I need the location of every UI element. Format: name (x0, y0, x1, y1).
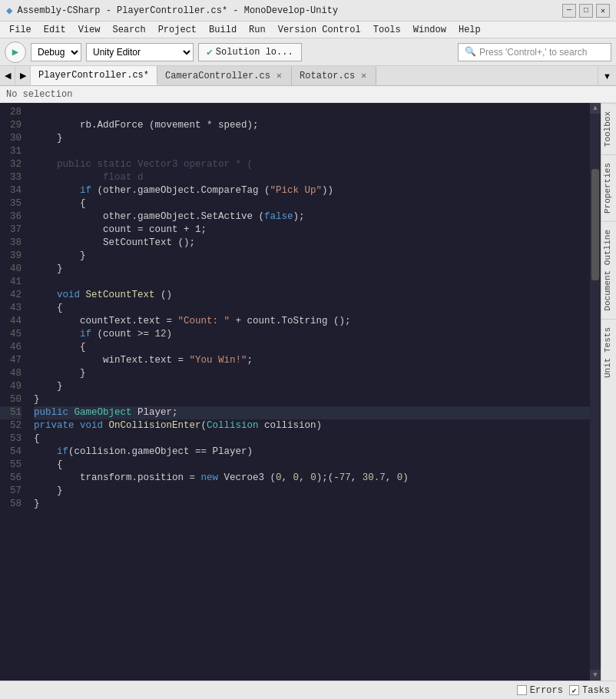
code-line-40-12: } (34, 263, 590, 276)
code-line-49-21: } (34, 380, 590, 393)
code-line-58-30: } (34, 498, 590, 511)
code-line-35-7: { (34, 197, 590, 210)
scroll-down-arrow[interactable]: ▼ (590, 670, 601, 681)
code-line-50-22: } (34, 393, 590, 406)
code-line-43-15: { (34, 302, 590, 315)
code-line-51-23: public GameObject Player; (34, 406, 590, 419)
unity-editor-dropdown[interactable]: Unity Editor (86, 43, 194, 61)
code-line-45-17: if (count >= 12) (34, 328, 590, 341)
code-line-54-26: if(collision.gameObject == Player) (34, 446, 590, 459)
tab-rotator-label: Rotator.cs (300, 71, 355, 81)
sidebar-tab-toolbox[interactable]: Toolbox (601, 103, 617, 154)
menu-help[interactable]: Help (452, 23, 487, 37)
menu-search[interactable]: Search (106, 23, 151, 37)
code-line-29-1: rb.AddForce (movement * speed); (34, 119, 590, 132)
search-placeholder: Press 'Control+,' to search (479, 47, 587, 58)
selection-status: No selection (6, 89, 72, 100)
debug-dropdown[interactable]: Debug (31, 43, 81, 61)
tab-camera-close-icon[interactable]: ✕ (275, 70, 283, 81)
code-line-33-5: float d (34, 171, 590, 184)
menu-version-control[interactable]: Version Control (272, 23, 367, 37)
solution-button[interactable]: ✔ Solution lo... (198, 43, 302, 61)
menu-bar: File Edit View Search Project Build Run … (0, 22, 616, 38)
tab-player-controller[interactable]: PlayerController.cs* (31, 66, 157, 85)
tasks-checkbox[interactable]: ✔ (569, 685, 579, 695)
tab-prev-button[interactable]: ◀ (0, 66, 15, 85)
code-content[interactable]: rb.AddForce (movement * speed); } public… (28, 103, 590, 681)
tab-rotator[interactable]: Rotator.cs ✕ (292, 66, 376, 85)
minimize-button[interactable]: ─ (562, 4, 576, 18)
maximize-button[interactable]: □ (579, 4, 593, 18)
run-button[interactable]: ▶ (5, 41, 26, 63)
tab-player-controller-label: PlayerController.cs* (38, 70, 149, 81)
menu-run[interactable]: Run (243, 23, 272, 37)
menu-view[interactable]: View (72, 23, 107, 37)
code-line-56-28: transform.position = new Vecroe3 (0, 0, … (34, 472, 590, 485)
tab-next-button[interactable]: ▶ (15, 66, 31, 85)
errors-label: Errors (530, 685, 563, 696)
scroll-thumb[interactable] (591, 169, 599, 280)
scroll-up-arrow[interactable]: ▲ (590, 103, 601, 114)
main-area: 2829303132333435363738394041424344454647… (0, 103, 616, 681)
code-line-28-0 (34, 106, 590, 119)
errors-checkbox[interactable] (517, 685, 527, 695)
search-icon: 🔍 (465, 46, 476, 58)
solution-label: Solution lo... (216, 47, 293, 58)
sidebar-tab-properties[interactable]: Properties (601, 154, 617, 221)
run-icon: ▶ (12, 45, 18, 58)
code-line-30-2: } (34, 132, 590, 145)
tab-more-button[interactable]: ▼ (598, 66, 616, 85)
code-line-52-24: private void OnCollisionEnter(Collision … (34, 419, 590, 432)
vertical-scrollbar[interactable]: ▲ ▼ (590, 103, 601, 681)
errors-tab[interactable]: Errors (517, 685, 563, 696)
bottom-bar: Errors ✔ Tasks (0, 681, 616, 699)
scroll-track[interactable] (590, 114, 601, 670)
tasks-tab[interactable]: ✔ Tasks (569, 685, 610, 696)
code-line-46-18: { (34, 341, 590, 354)
tab-camera-controller-label: CameraController.cs (165, 71, 270, 81)
code-line-32-4: public static Vector3 operator * ( (34, 158, 590, 171)
title-bar: ◆ Assembly-CSharp - PlayerController.cs*… (0, 0, 616, 22)
code-line-44-16: countText.text = "Count: " + count.ToStr… (34, 315, 590, 328)
menu-build[interactable]: Build (203, 23, 243, 37)
check-icon: ✔ (207, 46, 213, 58)
status-bar-top: No selection (0, 86, 616, 103)
right-sidebar: Toolbox Properties Document Outline Unit… (601, 103, 616, 681)
tabs-row: ◀ ▶ PlayerController.cs* CameraControlle… (0, 66, 616, 86)
menu-tools[interactable]: Tools (367, 23, 407, 37)
code-line-47-19: winText.text = "You Win!"; (34, 354, 590, 367)
tab-camera-controller[interactable]: CameraController.cs ✕ (157, 66, 292, 85)
app-icon: ◆ (6, 4, 12, 17)
menu-project[interactable]: Project (152, 23, 203, 37)
code-editor[interactable]: 2829303132333435363738394041424344454647… (0, 103, 590, 681)
search-box[interactable]: 🔍 Press 'Control+,' to search (458, 43, 611, 61)
code-line-39-11: } (34, 250, 590, 263)
code-line-36-8: other.gameObject.SetActive (false); (34, 210, 590, 224)
close-button[interactable]: ✕ (596, 4, 610, 18)
code-line-41-13 (34, 276, 590, 289)
code-line-57-29: } (34, 485, 590, 498)
sidebar-tab-document-outline[interactable]: Document Outline (601, 221, 617, 319)
code-line-37-9: count = count + 1; (34, 224, 590, 237)
tab-rotator-close-icon[interactable]: ✕ (359, 70, 368, 81)
menu-window[interactable]: Window (407, 23, 452, 37)
window-controls: ─ □ ✕ (562, 4, 610, 18)
code-line-38-10: SetCountText (); (34, 237, 590, 250)
tasks-label: Tasks (582, 685, 610, 696)
code-line-53-25: { (34, 432, 590, 446)
code-line-31-3 (34, 145, 590, 158)
toolbar: ▶ Debug Unity Editor ✔ Solution lo... 🔍 … (0, 38, 616, 66)
menu-file[interactable]: File (3, 23, 38, 37)
code-line-48-20: } (34, 367, 590, 380)
window-title: Assembly-CSharp - PlayerController.cs* -… (17, 5, 338, 16)
code-line-55-27: { (34, 459, 590, 472)
menu-edit[interactable]: Edit (38, 23, 72, 37)
code-line-34-6: if (other.gameObject.CompareTag ("Pick U… (34, 184, 590, 197)
sidebar-tab-unit-tests[interactable]: Unit Tests (601, 319, 617, 386)
line-numbers: 2829303132333435363738394041424344454647… (0, 103, 28, 681)
code-line-42-14: void SetCountText () (34, 289, 590, 302)
